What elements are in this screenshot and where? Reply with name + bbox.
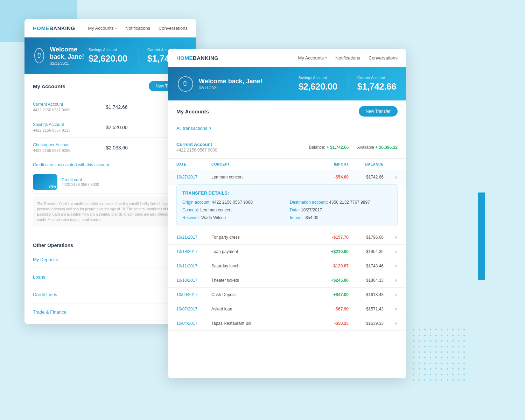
front-nav-my-accounts[interactable]: My Accounts ▾	[298, 55, 327, 61]
dot-decoration	[430, 351, 431, 353]
txn-header-date: DATE	[176, 162, 211, 166]
dot-decoration	[424, 357, 426, 358]
dot-decoration	[430, 379, 431, 381]
txn-expand-icon-0[interactable]: ∧	[384, 175, 398, 180]
back-nav-my-accounts[interactable]: My Accounts ▾	[88, 26, 117, 31]
txn-row-1[interactable]: 10/21/2017 For party dress -$157.70 $179…	[168, 230, 406, 245]
visa-logo: VISA	[49, 185, 56, 188]
txn-rows-container: 10/27/2017 Lemman concert -$54.00 $1742.…	[168, 170, 406, 331]
back-op-trade-name[interactable]: Trade & Finance	[33, 309, 66, 315]
back-welcome-date: 02/11/2021	[50, 61, 88, 65]
dot-decoration	[441, 340, 442, 342]
dot-decoration	[452, 329, 454, 330]
dot-decoration	[458, 379, 459, 381]
dot-decoration	[452, 351, 454, 353]
front-my-accounts-title: My Accounts	[176, 108, 209, 114]
dot-decoration	[463, 346, 465, 347]
dot-decoration	[413, 379, 414, 381]
txn-row-0[interactable]: 10/27/2017 Lemman concert -$54.00 $1742.…	[168, 170, 406, 184]
txn-balance-3: $1743.46	[349, 264, 384, 268]
txn-expand-icon-6[interactable]: ∨	[384, 307, 398, 312]
txn-header-import: IMPORT	[314, 162, 349, 166]
back-op-credit: Credit Lines +	[33, 286, 188, 303]
dot-decoration	[413, 346, 414, 347]
txn-expand-icon-5[interactable]: ∨	[384, 292, 398, 297]
back-credit-cards-header[interactable]: Credit cards associated with this accoun…	[33, 158, 188, 171]
txn-row-5[interactable]: 10/09/2017 Cash Deposit +$47.00 $1618.43…	[168, 288, 406, 302]
back-op-credit-name[interactable]: Credit Lines	[33, 292, 57, 297]
dot-decoration	[452, 340, 454, 342]
dot-decoration	[424, 351, 426, 353]
back-accounts-header: My Accounts New Transfer	[33, 81, 188, 91]
dot-decoration	[447, 340, 448, 342]
dot-decoration	[424, 340, 426, 342]
front-new-transfer-button[interactable]: New Transfer	[359, 106, 398, 117]
front-welcome-date: 02/11/2021	[199, 86, 262, 90]
logo-banking: BANKING	[49, 25, 75, 31]
txn-row-7[interactable]: 10/04/2017 Tapas Restaurant Bill -$50.25…	[168, 316, 406, 331]
dot-decoration	[413, 340, 414, 342]
dot-decoration	[452, 379, 454, 381]
txn-expand-icon-2[interactable]: ∨	[384, 249, 398, 254]
dot-decoration	[441, 346, 442, 347]
front-hero-accounts: Savings Account $2,620.00 Current Accoun…	[299, 76, 396, 92]
dot-decoration	[419, 346, 420, 347]
back-account-info-current: Current Account 4422 2156 0567 9000	[33, 102, 70, 112]
all-transactions-bar[interactable]: All transactions ▾	[168, 121, 406, 136]
front-nav-conversations[interactable]: Conversations	[369, 55, 398, 61]
back-current-account-name[interactable]: Current Account	[33, 102, 70, 107]
front-ca-name[interactable]: Current Account	[176, 142, 217, 147]
txn-expand-icon-4[interactable]: ∨	[384, 278, 398, 283]
td-concept: Concept: Lemman concert	[182, 208, 284, 212]
dot-decoration	[419, 379, 420, 381]
txn-row-4[interactable]: 10/10/2017 Theater tickets +$245.90 $186…	[168, 273, 406, 288]
back-op-deposits-name[interactable]: My Deposits	[33, 257, 58, 262]
txn-expand-icon-3[interactable]: ∨	[384, 264, 398, 268]
dot-decoration	[447, 379, 448, 381]
txn-concept-7: Tapas Restaurant Bill	[211, 321, 314, 326]
dot-decoration	[447, 374, 448, 375]
dot-decoration	[463, 368, 465, 370]
txn-date-6: 10/07/2017	[176, 307, 211, 312]
txn-expand-icon-7[interactable]: ∨	[384, 321, 398, 326]
txn-row-3[interactable]: 10/11/2017 Saturday lunch -$120.87 $1743…	[168, 259, 406, 273]
dot-decoration	[463, 357, 465, 358]
front-ca-balance: Balance: + $1,742.66	[309, 145, 349, 150]
dot-decoration	[419, 351, 420, 353]
back-op-loans-name[interactable]: Loans	[33, 274, 45, 280]
back-nav-notifications[interactable]: Notifications	[125, 26, 150, 31]
logo-home: HOME	[33, 25, 49, 31]
back-credit-card-name[interactable]: Credit card	[62, 177, 99, 182]
dot-decoration	[419, 329, 420, 330]
txn-expand-icon-1[interactable]: ∨	[384, 235, 398, 240]
txn-concept-5: Cash Deposit	[211, 292, 314, 297]
dot-decoration	[419, 368, 420, 370]
front-current-account: Current Account $1,742.66	[349, 76, 396, 92]
back-other-ops-title: Other Operations	[33, 237, 188, 251]
txn-balance-5: $1618.43	[349, 292, 384, 297]
back-current-account-number: 4422 2156 0567 9000	[33, 108, 70, 112]
dot-decoration	[452, 357, 454, 358]
dot-decoration	[424, 379, 426, 381]
front-ca-balance-label: Balance:	[309, 145, 326, 150]
dot-decoration	[435, 346, 437, 347]
back-nav-conversations[interactable]: Conversations	[159, 26, 188, 31]
back-op-trade: Trade & Finance +	[33, 303, 188, 321]
dot-decoration	[430, 346, 431, 347]
dot-decoration	[413, 329, 414, 330]
front-nav-notifications[interactable]: Notifications	[335, 55, 360, 61]
dot-decoration	[463, 379, 465, 381]
back-account-row-savings: Savings Account 4422 2156 0567 9113 $2,6…	[33, 117, 188, 138]
dot-decoration	[452, 346, 454, 347]
transfer-details-title: TRANSFER DETAILS:	[182, 190, 392, 196]
back-christopher-account-name[interactable]: Christopher Account	[33, 142, 71, 147]
back-nav: My Accounts ▾ Notifications Conversation…	[88, 26, 188, 31]
txn-row-6[interactable]: 10/07/2017 Asked loan -$67.90 $1571.43 ∨	[168, 302, 406, 316]
txn-date-5: 10/09/2017	[176, 292, 211, 297]
txn-import-4: +$245.90	[314, 278, 349, 283]
back-christopher-balance: $2,033.66	[103, 145, 131, 150]
back-savings-account-name[interactable]: Savings Account	[33, 122, 70, 127]
txn-row-2[interactable]: 10/18/2017 Loan payment +$210.90 $1954.3…	[168, 245, 406, 259]
all-transactions-label: All transactions	[176, 126, 207, 131]
back-hero-welcome: Welcome back, Jane! 02/11/2021	[50, 46, 88, 65]
